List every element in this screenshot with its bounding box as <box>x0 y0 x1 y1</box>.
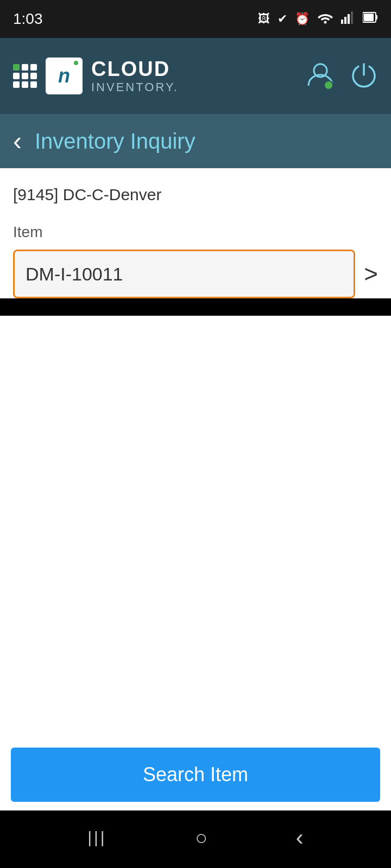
user-profile-button[interactable] <box>306 61 335 91</box>
grid-dot-5 <box>22 73 28 79</box>
status-icons: 🖼 ✔ ⏰ <box>258 11 378 27</box>
grid-dot-1 <box>13 64 20 71</box>
app-header: n CLOUD INVENTORY. <box>0 38 391 114</box>
search-button-area: Search Item <box>0 739 391 810</box>
logo-inventory-text: INVENTORY. <box>91 81 179 94</box>
content-filler <box>0 316 391 739</box>
svg-rect-1 <box>341 20 343 24</box>
item-label: Item <box>13 224 378 241</box>
grid-dot-8 <box>22 81 28 88</box>
nav-recents-button[interactable]: ||| <box>87 828 106 847</box>
svg-rect-3 <box>348 14 350 24</box>
svg-rect-6 <box>364 14 374 21</box>
page-header: ‹ Inventory Inquiry <box>0 114 391 168</box>
svg-point-0 <box>324 21 327 24</box>
search-item-button[interactable]: Search Item <box>11 748 380 802</box>
android-nav-bar: ||| ○ ‹ <box>0 810 391 865</box>
header-left: n CLOUD INVENTORY. <box>13 58 179 94</box>
grid-dot-7 <box>13 81 20 88</box>
signal-icon <box>341 11 355 27</box>
status-bar: 1:03 🖼 ✔ ⏰ <box>0 0 391 38</box>
logo-n-letter: n <box>58 65 70 87</box>
logo-box: n <box>46 58 83 94</box>
location-text: [9145] DC-C-Denver <box>13 186 378 204</box>
header-right <box>306 61 378 91</box>
nav-home-button[interactable]: ○ <box>195 826 207 850</box>
alarm-icon: ⏰ <box>295 12 310 26</box>
svg-rect-4 <box>351 11 353 24</box>
grid-dot-6 <box>30 73 37 79</box>
grid-dot-9 <box>30 81 37 88</box>
grid-menu-icon[interactable] <box>13 64 37 88</box>
photo-icon: 🖼 <box>258 12 270 26</box>
logo-green-dot <box>74 61 78 65</box>
check-icon: ✔ <box>278 12 287 26</box>
grid-dot-2 <box>22 64 28 71</box>
page-title: Inventory Inquiry <box>35 129 195 154</box>
status-time: 1:03 <box>13 10 43 28</box>
chevron-right-icon[interactable]: > <box>364 260 378 288</box>
grid-dot-3 <box>30 64 37 71</box>
item-input[interactable] <box>13 250 355 298</box>
logo-text: CLOUD INVENTORY. <box>91 58 179 94</box>
back-button[interactable]: ‹ <box>13 128 22 154</box>
main-content: [9145] DC-C-Denver Item > <box>0 168 391 298</box>
item-input-row: > <box>13 250 378 298</box>
online-status-dot <box>324 80 333 90</box>
svg-rect-2 <box>344 17 346 24</box>
wifi-icon <box>317 11 333 27</box>
power-button[interactable] <box>350 61 378 91</box>
logo-cloud-text: CLOUD <box>91 58 179 81</box>
grid-dot-4 <box>13 73 20 79</box>
svg-rect-7 <box>376 15 377 20</box>
battery-icon <box>363 11 378 27</box>
nav-back-button[interactable]: ‹ <box>296 825 304 851</box>
